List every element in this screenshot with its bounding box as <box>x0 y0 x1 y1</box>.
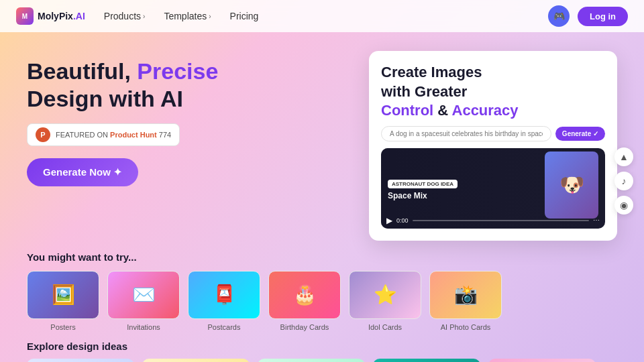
login-button[interactable]: Log in <box>578 7 628 26</box>
explore-section: Explore design ideas 🏢 TechHub Coworking… <box>0 331 644 362</box>
instagram-icon: ◉ <box>620 200 628 210</box>
invitations-label: Invitations <box>127 323 160 331</box>
hero-card-connector: & <box>437 102 451 119</box>
generate-mini-button[interactable]: Generate ✓ <box>555 127 605 141</box>
explore-card-5[interactable]: 💜 <box>488 359 596 362</box>
category-ai-photo[interactable]: 📸 AI Photo Cards <box>429 271 502 331</box>
idol-image: ⭐ <box>349 271 421 319</box>
product-hunt-badge[interactable]: P FEATURED ON Product Hunt 774 <box>27 123 180 146</box>
prompt-input[interactable] <box>381 126 551 141</box>
video-title: Space Mix <box>388 191 458 200</box>
discord-button[interactable]: 🎮 <box>548 5 570 27</box>
idol-label: Idol Cards <box>368 323 402 331</box>
video-more-icon[interactable]: ⋯ <box>593 217 600 224</box>
video-controls: ▶ 0:00 ⋯ <box>386 216 600 225</box>
categories-title: You might want to try... <box>27 251 617 263</box>
templates-label: Templates <box>164 11 207 21</box>
logo-icon: M <box>16 7 34 25</box>
explore-row: 🏢 TechHub Coworking Space 🏺 Pottery 📰 Jo… <box>27 359 617 362</box>
birthday-image: 🎂 <box>268 271 341 319</box>
birthday-label: Birthday Cards <box>280 323 329 331</box>
category-invitations[interactable]: ✉️ Invitations <box>107 271 180 331</box>
video-thumbnail: 🐶 <box>545 152 598 219</box>
logo[interactable]: M MolyPix.AI <box>16 7 85 25</box>
posters-image: 🖼️ <box>27 271 99 319</box>
video-time: 0:00 <box>396 217 409 224</box>
categories-section: You might want to try... 🖼️ Posters ✉️ I… <box>0 241 644 331</box>
explore-card-1[interactable]: 🏢 TechHub Coworking Space <box>27 359 134 362</box>
category-idol[interactable]: ⭐ Idol Cards <box>349 271 421 331</box>
ai-photo-label: AI Photo Cards <box>441 323 491 331</box>
product-hunt-text: FEATURED ON Product Hunt 774 <box>56 131 171 139</box>
scroll-up-button[interactable]: ▲ <box>614 147 633 166</box>
invitations-image: ✉️ <box>107 271 180 319</box>
explore-title: Explore design ideas <box>27 341 617 352</box>
category-birthday[interactable]: 🎂 Birthday Cards <box>268 271 341 331</box>
products-label: Products <box>104 11 141 21</box>
hero-section: Beautiful, Precise Design with AI P FEAT… <box>0 32 644 241</box>
tiktok-icon: ♪ <box>622 176 627 186</box>
generate-now-label: Generate Now ✦ <box>43 166 122 178</box>
hero-card-accuracy: Accuracy <box>452 102 519 119</box>
video-preview: ASTRONAUT DOG IDEA Space Mix 🐶 ▶ 0:00 ⋯ <box>381 148 605 229</box>
navbar: M MolyPix.AI Products › Templates › Pric… <box>0 0 644 32</box>
video-badge: ASTRONAUT DOG IDEA <box>388 180 458 188</box>
product-hunt-icon: P <box>36 127 50 142</box>
hero-card: Create Imageswith Greater Control & Accu… <box>369 51 617 241</box>
explore-card-3[interactable]: 📰 Join Your Newsletter <box>258 359 365 362</box>
nav-products[interactable]: Products › <box>104 11 146 21</box>
explore-card-4[interactable]: 🌿 <box>373 359 480 362</box>
ai-photo-image: 📸 <box>429 271 502 319</box>
categories-row: 🖼️ Posters ✉️ Invitations 📮 Postcards 🎂 … <box>27 271 617 331</box>
hero-card-control: Control <box>381 102 433 119</box>
explore-card-2[interactable]: 🏺 Pottery <box>142 359 250 362</box>
nav-pricing[interactable]: Pricing <box>230 11 259 21</box>
navbar-right: 🎮 Log in <box>548 5 628 27</box>
pricing-label: Pricing <box>230 11 259 21</box>
hero-title-line2: Design with AI <box>27 86 183 111</box>
play-icon[interactable]: ▶ <box>386 216 392 225</box>
postcards-label: Postcards <box>208 323 241 331</box>
hero-title-highlight: Precise <box>137 58 218 84</box>
category-postcards[interactable]: 📮 Postcards <box>188 271 260 331</box>
hero-title: Beautiful, Precise Design with AI <box>27 58 342 113</box>
discord-icon: 🎮 <box>553 11 565 21</box>
tiktok-button[interactable]: ♪ <box>614 172 633 190</box>
prompt-input-row: Generate ✓ <box>381 126 605 141</box>
video-text: ASTRONAUT DOG IDEA Space Mix <box>388 176 458 200</box>
scroll-up-icon: ▲ <box>619 152 629 162</box>
generate-mini-label: Generate ✓ <box>562 130 598 137</box>
navbar-left: M MolyPix.AI Products › Templates › Pric… <box>16 7 258 25</box>
hero-card-title: Create Imageswith Greater Control & Accu… <box>381 63 605 121</box>
progress-bar[interactable] <box>413 220 589 221</box>
side-arrows: ▲ ♪ ◉ <box>614 147 633 215</box>
nav-templates[interactable]: Templates › <box>164 11 211 21</box>
instagram-button[interactable]: ◉ <box>614 196 633 215</box>
hero-left: Beautiful, Precise Design with AI P FEAT… <box>27 51 342 186</box>
category-posters[interactable]: 🖼️ Posters <box>27 271 99 331</box>
posters-label: Posters <box>50 323 75 331</box>
postcards-image: 📮 <box>188 271 260 319</box>
templates-chevron-icon: › <box>209 13 211 20</box>
generate-now-button[interactable]: Generate Now ✦ <box>27 158 138 186</box>
logo-text: MolyPix.AI <box>38 11 85 21</box>
hero-title-line1: Beautiful, Precise <box>27 58 218 84</box>
products-chevron-icon: › <box>143 13 145 20</box>
